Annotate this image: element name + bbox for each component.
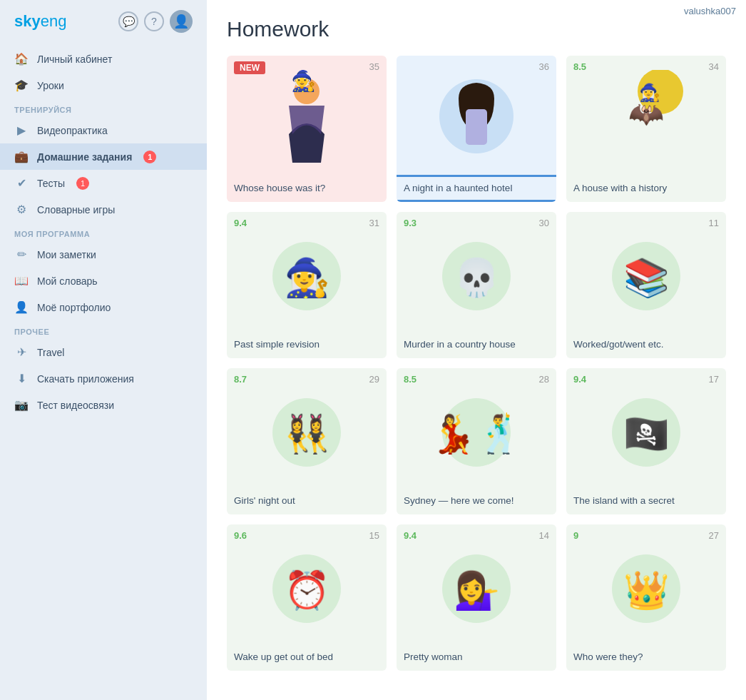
graduation-icon: 🎓: [14, 78, 29, 92]
sidebar-item-uroki[interactable]: 🎓 Уроки: [0, 72, 207, 98]
card-rating: 8.7: [234, 374, 247, 385]
svg-text:👑: 👑: [623, 568, 670, 612]
card-image-7: 8.5 28 💃🕺: [397, 368, 556, 490]
card-title: Whose house was it?: [227, 177, 387, 202]
card-image-9: 9.6 15 ⏰: [227, 524, 387, 646]
portfolio-icon: 👤: [14, 300, 29, 314]
card-card-2[interactable]: 36 A night in a haunted hotel: [397, 56, 556, 202]
card-rating: 9.4: [234, 218, 247, 228]
briefcase-icon: 💼: [14, 150, 29, 163]
sidebar-item-testy[interactable]: ✔ Тесты 1: [0, 170, 207, 196]
card-card-11[interactable]: 9.4 14 💁‍♀️ Pretty woman: [397, 524, 556, 671]
section-label-moya: МОЯ ПРОГРАММА: [0, 223, 207, 241]
card-image-8: 9.4 17 🏴‍☠️: [566, 368, 726, 490]
card-count: 15: [369, 530, 379, 541]
card-card-6[interactable]: 11 📚 Worked/got/went etc.: [566, 212, 726, 358]
user-avatar[interactable]: 👤: [170, 10, 193, 33]
sidebar-item-videopraktika[interactable]: ▶ Видеопрактика: [0, 117, 207, 143]
svg-text:💀: 💀: [454, 255, 500, 300]
sidebar-label-video: Тест видеосвязи: [37, 400, 114, 411]
sidebar: skyeng 💬 ? 👤 🏠 Личный кабинет 🎓 Уроки ТР…: [0, 0, 207, 700]
card-card-3[interactable]: 8.5 34 🦇 🧙‍♀️ A house with a history: [566, 56, 726, 202]
section-label-prochee: ПРОЧЕЕ: [0, 320, 207, 339]
card-count: 28: [539, 374, 549, 385]
home-icon: 🏠: [14, 52, 29, 66]
chat-icon[interactable]: 💬: [118, 11, 138, 31]
sidebar-item-lichniy[interactable]: 🏠 Личный кабинет: [0, 46, 207, 72]
svg-rect-4: [466, 109, 487, 145]
main-content: valushka007 Homework NEW 35 🧙 Whose hous…: [207, 0, 746, 700]
card-image-11: 9 27 👑: [566, 524, 726, 646]
card-title: A house with a history: [566, 177, 726, 202]
card-count: 31: [369, 218, 379, 228]
camera-icon: 📷: [14, 398, 29, 412]
sidebar-item-apps[interactable]: ⬇ Скачать приложения: [0, 365, 207, 392]
sidebar-label-domashniye: Домашние задания: [37, 151, 132, 163]
svg-text:📚: 📚: [623, 255, 670, 300]
svg-text:🧙‍♀️: 🧙‍♀️: [639, 82, 660, 103]
book-icon: 📖: [14, 274, 29, 288]
card-card-8[interactable]: 8.5 28 💃🕺 Sydney — here we come!: [397, 368, 556, 514]
card-image-6: 8.7 29 👯‍♀️: [227, 368, 387, 490]
sidebar-item-slovarnyye[interactable]: ⚙ Словарные игры: [0, 196, 207, 223]
card-new-badge: NEW: [234, 61, 265, 74]
card-rating: 9.3: [404, 218, 417, 228]
card-count: 27: [709, 530, 719, 541]
travel-icon: ✈: [14, 345, 29, 359]
card-title: Worked/got/went etc.: [566, 333, 726, 358]
homework-badge: 1: [143, 151, 156, 163]
username-display: valushka007: [684, 6, 736, 16]
check-icon: ✔: [14, 176, 29, 190]
card-rating: 9: [573, 530, 578, 541]
card-card-5[interactable]: 9.3 30 💀 Murder in a country house: [397, 212, 556, 358]
card-title: The island with a secret: [566, 490, 726, 514]
card-title: A night in a haunted hotel: [397, 177, 556, 202]
card-card-12[interactable]: 9 27 👑 Who were they?: [566, 524, 726, 671]
download-icon: ⬇: [14, 372, 29, 385]
card-count: 29: [369, 374, 379, 385]
sidebar-label-zametki: Мои заметки: [37, 249, 96, 260]
svg-text:🧙: 🧙: [291, 70, 316, 93]
section-label-treniruysya: ТРЕНИРУЙСЯ: [0, 98, 207, 117]
page-title: Homework: [227, 17, 726, 41]
card-card-1[interactable]: NEW 35 🧙 Whose house was it?: [227, 56, 387, 202]
card-rating: 9.4: [404, 530, 417, 541]
card-image-1: 36: [397, 56, 556, 177]
card-image-0: NEW 35 🧙: [227, 56, 387, 177]
header-icons: 💬 ? 👤: [118, 10, 193, 33]
sidebar-label-apps: Скачать приложения: [37, 373, 134, 385]
card-image-10: 9.4 14 💁‍♀️: [397, 524, 556, 646]
card-count: 11: [709, 218, 719, 228]
card-count: 14: [539, 530, 549, 541]
play-icon: ▶: [14, 123, 29, 137]
card-count: 17: [709, 374, 719, 385]
logo-eng: eng: [41, 12, 67, 30]
tests-badge: 1: [76, 177, 89, 190]
cards-grid: NEW 35 🧙 Whose house was it? 36 A night …: [227, 56, 726, 671]
sidebar-item-portfolio[interactable]: 👤 Моё портфолио: [0, 294, 207, 320]
card-count: 36: [539, 61, 549, 72]
sidebar-item-zametki[interactable]: ✏ Мои заметки: [0, 241, 207, 268]
card-card-4[interactable]: 9.4 31 🧙‍♀️ Past simple revision: [227, 212, 387, 358]
sidebar-item-domashniye[interactable]: 💼 Домашние задания 1: [0, 143, 207, 170]
sidebar-label-testy: Тесты: [37, 178, 65, 189]
sidebar-item-video[interactable]: 📷 Тест видеосвязи: [0, 392, 207, 418]
help-icon[interactable]: ?: [144, 11, 164, 31]
sidebar-label-slovarnyye: Словарные игры: [37, 204, 115, 215]
card-image-4: 9.3 30 💀: [397, 212, 556, 333]
pencil-icon: ✏: [14, 248, 29, 261]
card-image-3: 9.4 31 🧙‍♀️: [227, 212, 387, 333]
card-count: 35: [369, 61, 379, 72]
card-image-5: 11 📚: [566, 212, 726, 333]
logo-sky: sky: [14, 12, 41, 30]
card-card-7[interactable]: 8.7 29 👯‍♀️ Girls' night out: [227, 368, 387, 514]
svg-text:👯‍♀️: 👯‍♀️: [284, 412, 330, 456]
svg-text:🧙‍♀️: 🧙‍♀️: [284, 255, 330, 300]
card-rating: 9.6: [234, 530, 247, 541]
sidebar-item-slovar[interactable]: 📖 Мой словарь: [0, 268, 207, 294]
sidebar-label-travel: Travel: [37, 347, 64, 358]
sidebar-item-travel[interactable]: ✈ Travel: [0, 339, 207, 365]
card-card-9[interactable]: 9.4 17 🏴‍☠️ The island with a secret: [566, 368, 726, 514]
card-card-10[interactable]: 9.6 15 ⏰ Wake up get out of bed: [227, 524, 387, 671]
sidebar-header: skyeng 💬 ? 👤: [0, 0, 207, 40]
